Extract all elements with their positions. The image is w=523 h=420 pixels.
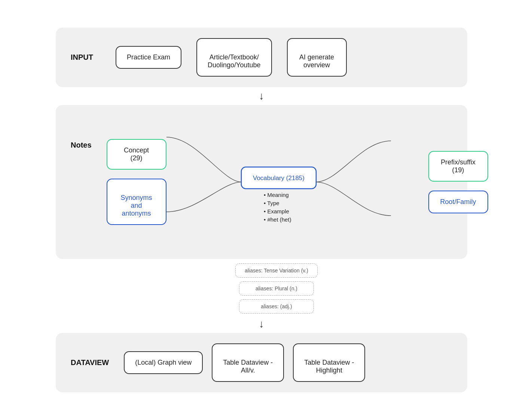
practice-exam-label: Practice Exam xyxy=(127,53,170,61)
input-boxes: Practice Exam Article/Textbook/Duolingo/… xyxy=(116,38,347,77)
synonyms-box[interactable]: Synonyms andantonyms xyxy=(107,179,166,225)
ai-generate-box[interactable]: AI generateoverview xyxy=(287,38,347,77)
notes-section: Notes Concept (29) Synonyms andantonyms xyxy=(56,105,467,259)
svg-text:• #het (het): • #het (het) xyxy=(264,216,291,223)
concept-label: Concept (29) xyxy=(124,146,149,162)
root-label: Root/Family xyxy=(440,198,476,206)
ai-generate-label: AI generateoverview xyxy=(299,53,334,69)
connector-svg: Vocabulary (2185) • Meaning • Type • Exa… xyxy=(166,118,428,245)
alias-adj-box: aliases: (adj.) xyxy=(239,299,314,314)
svg-text:Vocabulary (2185): Vocabulary (2185) xyxy=(253,175,305,182)
alias-tense-box: aliases: Tense Variation (v.) xyxy=(235,263,318,278)
concept-box[interactable]: Concept (29) xyxy=(107,139,166,170)
notes-content: Concept (29) Synonyms andantonyms Vocabu… xyxy=(107,118,488,245)
table-allv-label: Table Dataview -All/v. xyxy=(223,359,273,374)
arrow-down-2: ↓ xyxy=(259,319,264,329)
article-textbook-label: Article/Textbook/Duolingo/Youtube xyxy=(208,53,260,69)
article-textbook-box[interactable]: Article/Textbook/Duolingo/Youtube xyxy=(196,38,272,77)
alias-tense-label: aliases: Tense Variation (v.) xyxy=(245,268,308,274)
prefix-box[interactable]: Prefix/suffix (19) xyxy=(428,151,488,182)
table-highlight-label: Table Dataview -Highlight xyxy=(304,359,354,374)
dataview-label: DATAVIEW xyxy=(71,358,109,367)
svg-text:• Type: • Type xyxy=(264,200,279,206)
root-box[interactable]: Root/Family xyxy=(428,191,488,213)
diagram-container: INPUT Practice Exam Article/Textbook/Duo… xyxy=(56,28,467,392)
notes-right-col: Prefix/suffix (19) Root/Family xyxy=(428,151,488,213)
notes-left-col: Concept (29) Synonyms andantonyms xyxy=(107,139,166,225)
graph-view-label: (Local) Graph view xyxy=(135,359,192,366)
aliases-section: aliases: Tense Variation (v.) aliases: P… xyxy=(86,263,467,314)
input-section: INPUT Practice Exam Article/Textbook/Duo… xyxy=(56,28,467,87)
practice-exam-box[interactable]: Practice Exam xyxy=(116,46,181,69)
graph-view-box[interactable]: (Local) Graph view xyxy=(124,351,203,374)
dataview-boxes: (Local) Graph view Table Dataview -All/v… xyxy=(124,343,365,382)
notes-label: Notes xyxy=(71,141,92,149)
arrow-down-1: ↓ xyxy=(259,91,264,101)
dataview-section: DATAVIEW (Local) Graph view Table Datavi… xyxy=(56,333,467,392)
alias-adj-label: aliases: (adj.) xyxy=(261,303,292,309)
svg-text:• Example: • Example xyxy=(264,208,289,214)
svg-text:• Meaning: • Meaning xyxy=(264,192,289,198)
alias-plural-label: aliases: Plural (n.) xyxy=(256,285,297,291)
table-highlight-box[interactable]: Table Dataview -Highlight xyxy=(293,343,365,382)
prefix-label: Prefix/suffix (19) xyxy=(441,158,475,174)
synonyms-label: Synonyms andantonyms xyxy=(121,194,152,217)
input-label: INPUT xyxy=(71,53,93,62)
alias-plural-box: aliases: Plural (n.) xyxy=(239,281,314,296)
table-allv-box[interactable]: Table Dataview -All/v. xyxy=(212,343,284,382)
